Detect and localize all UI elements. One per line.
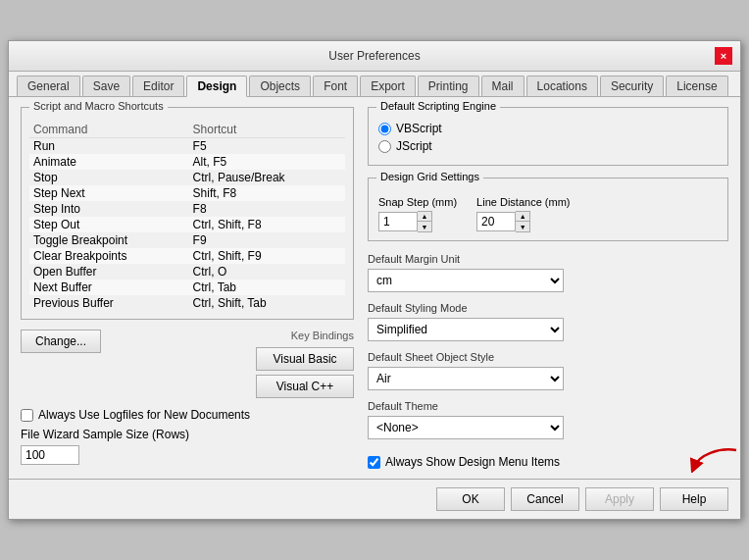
scripting-title: Default Scripting Engine <box>376 100 500 112</box>
cancel-button[interactable]: Cancel <box>511 487 579 511</box>
table-row: Step Out Ctrl, Shift, F8 <box>29 217 345 232</box>
cmd-cell: Step Out <box>29 217 189 232</box>
tab-editor[interactable]: Editor <box>132 76 184 96</box>
line-distance-field: Line Distance (mm) ▲ ▼ <box>476 196 570 232</box>
table-row: Run F5 <box>29 138 345 155</box>
tab-printing[interactable]: Printing <box>418 76 479 96</box>
sheet-object-label: Default Sheet Object Style <box>368 351 728 363</box>
line-distance-label: Line Distance (mm) <box>476 196 570 208</box>
margin-unit-label: Default Margin Unit <box>368 253 728 265</box>
snap-step-field: Snap Step (mm) ▲ ▼ <box>378 196 457 232</box>
tab-export[interactable]: Export <box>360 76 416 96</box>
tab-locations[interactable]: Locations <box>526 76 598 96</box>
styling-mode-select[interactable]: Simplified Advanced <box>368 318 564 341</box>
jscript-row: JScript <box>378 139 718 153</box>
tab-font[interactable]: Font <box>313 76 358 96</box>
vbscript-label: VBScript <box>396 122 442 135</box>
snap-step-up[interactable]: ▲ <box>418 212 431 222</box>
always-show-label: Always Show Design Menu Items <box>385 455 560 469</box>
tab-save[interactable]: Save <box>82 76 130 96</box>
logfiles-row: Always Use Logfiles for New Documents <box>21 408 354 422</box>
line-distance-down[interactable]: ▼ <box>516 222 529 231</box>
margin-unit-select[interactable]: cm mm inch <box>368 269 564 292</box>
grid-settings-title: Design Grid Settings <box>376 171 483 182</box>
cmd-cell: Step Next <box>29 185 189 201</box>
user-preferences-dialog: User Preferences × General Save Editor D… <box>8 40 741 520</box>
table-row: Step Next Shift, F8 <box>29 185 345 201</box>
cmd-cell: Next Buffer <box>29 280 189 295</box>
shortcut-cell: Ctrl, Tab <box>189 280 345 295</box>
line-distance-input[interactable] <box>476 212 516 231</box>
table-row: Open Buffer Ctrl, O <box>29 264 345 280</box>
grid-fields-row: Snap Step (mm) ▲ ▼ Line Distance (mm) <box>378 196 718 232</box>
shortcut-cell: Ctrl, Pause/Break <box>189 170 345 185</box>
table-row: Step Into F8 <box>29 201 345 217</box>
cmd-cell: Clear Breakpoints <box>29 248 189 264</box>
styling-mode-label: Default Styling Mode <box>368 302 728 314</box>
theme-label: Default Theme <box>368 400 728 412</box>
snap-step-spinner: ▲ ▼ <box>378 211 457 232</box>
tab-objects[interactable]: Objects <box>249 76 311 96</box>
file-wizard-label: File Wizard Sample Size (Rows) <box>21 428 354 441</box>
shortcut-cell: Ctrl, Shift, F9 <box>189 248 345 264</box>
jscript-label: JScript <box>396 139 432 153</box>
col-command: Command <box>29 122 189 138</box>
shortcut-cell: Ctrl, Shift, F8 <box>189 217 345 232</box>
snap-step-input[interactable] <box>378 212 418 231</box>
cmd-cell: Toggle Breakpoint <box>29 232 189 248</box>
table-row: Clear Breakpoints Ctrl, Shift, F9 <box>29 248 345 264</box>
table-row: Animate Alt, F5 <box>29 154 345 170</box>
margin-unit-row: Default Margin Unit cm mm inch <box>368 253 728 292</box>
tabs-bar: General Save Editor Design Objects Font … <box>9 72 740 97</box>
table-row: Toggle Breakpoint F9 <box>29 232 345 248</box>
grid-settings-group: Design Grid Settings Snap Step (mm) ▲ ▼ <box>368 178 728 241</box>
change-button[interactable]: Change... <box>21 330 101 353</box>
logfiles-label: Always Use Logfiles for New Documents <box>38 408 250 422</box>
bottom-controls: Always Use Logfiles for New Documents Fi… <box>21 408 354 465</box>
cmd-cell: Animate <box>29 154 189 170</box>
tab-license[interactable]: License <box>666 76 727 96</box>
vbscript-row: VBScript <box>378 122 718 135</box>
close-button[interactable]: × <box>715 47 732 65</box>
shortcuts-group: Script and Macro Shortcuts Command Short… <box>21 107 354 320</box>
tab-design[interactable]: Design <box>186 76 247 97</box>
tab-mail[interactable]: Mail <box>481 76 524 96</box>
file-wizard-input[interactable] <box>21 445 79 465</box>
always-show-checkbox[interactable] <box>368 456 380 469</box>
shortcut-cell: F9 <box>189 232 345 248</box>
tab-general[interactable]: General <box>17 76 80 96</box>
cmd-cell: Open Buffer <box>29 264 189 280</box>
snap-step-label: Snap Step (mm) <box>378 196 457 208</box>
col-shortcut: Shortcut <box>189 122 345 138</box>
visual-basic-button[interactable]: Visual Basic <box>256 347 354 371</box>
help-button[interactable]: Help <box>660 487 728 511</box>
table-row: Previous Buffer Ctrl, Shift, Tab <box>29 295 345 311</box>
shortcut-cell: Ctrl, O <box>189 264 345 280</box>
vbscript-radio[interactable] <box>378 123 391 135</box>
cmd-cell: Previous Buffer <box>29 295 189 311</box>
left-panel: Script and Macro Shortcuts Command Short… <box>21 107 354 469</box>
arrow-annotation <box>689 445 738 476</box>
snap-step-down[interactable]: ▼ <box>418 222 431 231</box>
right-panel: Default Scripting Engine VBScript JScrip… <box>368 107 728 469</box>
main-content: Script and Macro Shortcuts Command Short… <box>9 97 740 479</box>
shortcut-cell: Shift, F8 <box>189 185 345 201</box>
table-row: Stop Ctrl, Pause/Break <box>29 170 345 185</box>
apply-button[interactable]: Apply <box>585 487 654 511</box>
ok-button[interactable]: OK <box>436 487 505 511</box>
jscript-radio[interactable] <box>378 140 391 153</box>
visual-cpp-button[interactable]: Visual C++ <box>256 375 354 398</box>
theme-select[interactable]: <None> <box>368 416 564 439</box>
table-row: Next Buffer Ctrl, Tab <box>29 280 345 295</box>
shortcut-cell: Alt, F5 <box>189 154 345 170</box>
sheet-object-select[interactable]: Air Classic <box>368 367 564 390</box>
line-distance-up[interactable]: ▲ <box>516 212 529 222</box>
line-distance-spinner: ▲ ▼ <box>476 211 570 232</box>
shortcut-cell: F8 <box>189 201 345 217</box>
tab-security[interactable]: Security <box>600 76 664 96</box>
snap-step-spinners: ▲ ▼ <box>418 211 432 232</box>
shortcut-cell: Ctrl, Shift, Tab <box>189 295 345 311</box>
dialog-title: User Preferences <box>34 49 715 63</box>
cmd-cell: Step Into <box>29 201 189 217</box>
logfiles-checkbox[interactable] <box>21 409 33 422</box>
